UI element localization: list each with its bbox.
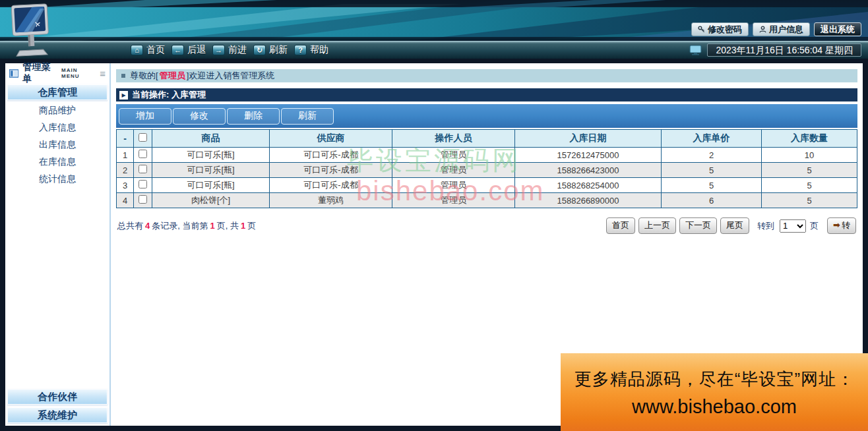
promo-text: 更多精品源码，尽在“毕设宝”网址： [561, 368, 868, 391]
nav-right: 2023年11月16日 16:56:04 星期四 [689, 43, 868, 57]
row-number: 1 [117, 148, 134, 163]
go-label: 转 [842, 220, 850, 230]
page-select[interactable]: 1 [780, 219, 806, 233]
toolbar: 增加 修改 删除 刷新 [116, 104, 857, 128]
cell-operator: 管理员 [392, 193, 515, 208]
summary-text: 页, 共 [217, 221, 239, 231]
cell-qty: 10 [762, 148, 857, 163]
sidebar: 管理菜单 MAIN MENU ≡ 仓库管理 商品维护 入库信息 出库信息 在库信… [5, 63, 111, 426]
menu-panel-icon [9, 69, 18, 78]
refresh-icon: ↻ [253, 45, 266, 55]
sidebar-section-system-maintenance[interactable]: 系统维护 [7, 407, 108, 423]
total-pages: 1 [241, 221, 245, 231]
row-number: 4 [117, 193, 134, 208]
sidebar-item-statistics[interactable]: 统计信息 [5, 170, 109, 187]
last-page-button[interactable]: 尾页 [720, 217, 749, 234]
cell-product: 可口可乐[瓶] [152, 148, 270, 163]
table-header-row: - 商品 供应商 操作人员 入库日期 入库单价 入库数量 [117, 130, 857, 148]
cell-operator: 管理员 [392, 163, 515, 178]
add-button[interactable]: 增加 [119, 108, 171, 125]
nav-help-label: 帮助 [310, 44, 328, 56]
cell-qty: 5 [762, 163, 857, 178]
nav-forward-label: 前进 [228, 44, 247, 56]
user-info-label: 用户信息 [769, 24, 803, 36]
sidebar-item-stockin-info[interactable]: 入库信息 [5, 119, 109, 136]
col-date: 入库日期 [515, 130, 662, 148]
prev-page-button[interactable]: 上一页 [638, 217, 676, 234]
nav-home[interactable]: ⌂首页 [131, 44, 165, 56]
cell-date: 1572612475000 [515, 148, 662, 163]
go-button[interactable]: ➡转 [827, 217, 856, 234]
row-checkbox[interactable] [139, 165, 147, 173]
row-number: 2 [117, 163, 134, 178]
welcome-prefix: 尊敬的[ [130, 69, 158, 82]
cell-price: 5 [662, 163, 762, 178]
promo-banner: 更多精品源码，尽在“毕设宝”网址： www.bishebao.com [561, 353, 868, 431]
nav-help[interactable]: ?帮助 [294, 44, 328, 56]
cell-product: 可口可乐[瓶] [152, 163, 270, 178]
cell-supplier: 可口可乐-成都 [270, 163, 392, 178]
summary-text: 条记录, 当前第 [152, 221, 208, 231]
change-password-button[interactable]: 修改密码 [691, 22, 749, 36]
table-row: 2 可口可乐[瓶] 可口可乐-成都 管理员 1588266423000 5 5 [117, 163, 857, 178]
current-page: 1 [210, 221, 214, 231]
row-select [134, 193, 152, 208]
row-checkbox[interactable] [139, 180, 147, 188]
refresh-button[interactable]: 刷新 [281, 108, 334, 125]
user-info-button[interactable]: 用户信息 [753, 22, 810, 36]
sidebar-subtitle: MAIN MENU [61, 67, 96, 79]
forward-icon: → [212, 45, 225, 55]
welcome-suffix: ]欢迎进入销售管理系统 [187, 69, 275, 82]
sidebar-section-partners[interactable]: 合作伙伴 [7, 389, 108, 405]
record-count: 4 [145, 221, 150, 231]
app-window: 修改密码 用户信息 退出系统 ⌂首页 ←后退 →前进 [0, 0, 868, 431]
operation-label: 当前操作: 入库管理 [132, 89, 206, 101]
operation-bar: ▶ 当前操作: 入库管理 [116, 88, 857, 101]
cell-qty: 5 [762, 193, 857, 208]
sidebar-item-stockout-info[interactable]: 出库信息 [5, 136, 109, 153]
nav-refresh-label: 刷新 [269, 44, 288, 56]
hamburger-icon[interactable]: ≡ [100, 68, 106, 79]
cell-price: 2 [662, 148, 762, 163]
summary-text: 页 [247, 221, 256, 231]
go-arrow-icon: ➡ [833, 220, 840, 230]
row-checkbox[interactable] [139, 150, 147, 158]
help-icon: ? [294, 45, 307, 55]
nav-back[interactable]: ←后退 [171, 44, 206, 56]
delete-button[interactable]: 删除 [227, 108, 280, 125]
cell-qty: 5 [762, 178, 857, 193]
sidebar-item-instock-info[interactable]: 在库信息 [5, 153, 109, 170]
nav-refresh[interactable]: ↻刷新 [253, 44, 288, 56]
table-row: 3 可口可乐[瓶] 可口可乐-成都 管理员 1588268254000 5 5 [117, 178, 857, 193]
logout-button[interactable]: 退出系统 [814, 22, 861, 36]
pagination: 首页 上一页 下一页 尾页 转到 1 页 ➡转 [603, 217, 856, 234]
sidebar-item-product-maintenance[interactable]: 商品维护 [5, 101, 109, 119]
cell-price: 6 [662, 193, 762, 208]
monitor-icon [689, 45, 702, 55]
col-qty: 入库数量 [762, 130, 857, 148]
cell-supplier: 董弱鸡 [270, 193, 392, 208]
logout-label: 退出系统 [821, 24, 855, 36]
row-checkbox[interactable] [139, 195, 147, 204]
cell-supplier: 可口可乐-成都 [270, 178, 392, 193]
cell-operator: 管理员 [392, 178, 515, 193]
back-icon: ← [171, 45, 184, 55]
col-number: - [117, 130, 134, 148]
bullet-icon [121, 74, 125, 78]
table-row: 4 肉松饼[个] 董弱鸡 管理员 1588266890000 6 5 [117, 193, 857, 208]
cell-price: 5 [662, 178, 762, 193]
first-page-button[interactable]: 首页 [606, 217, 635, 234]
cell-product: 可口可乐[瓶] [152, 178, 270, 193]
cell-operator: 管理员 [392, 148, 515, 163]
sidebar-section-warehouse[interactable]: 仓库管理 [7, 84, 108, 100]
next-page-button[interactable]: 下一页 [679, 217, 717, 234]
select-all-checkbox[interactable] [139, 133, 147, 142]
nav-forward[interactable]: →前进 [212, 44, 247, 56]
edit-button[interactable]: 修改 [173, 108, 226, 125]
welcome-bar: 尊敬的[ 管理员 ]欢迎进入销售管理系统 [116, 69, 857, 82]
home-icon: ⌂ [131, 45, 143, 55]
nav-back-label: 后退 [187, 44, 206, 56]
col-operator: 操作人员 [392, 130, 515, 148]
user-icon [759, 26, 766, 33]
table-row: 1 可口可乐[瓶] 可口可乐-成都 管理员 1572612475000 2 10 [117, 148, 857, 163]
